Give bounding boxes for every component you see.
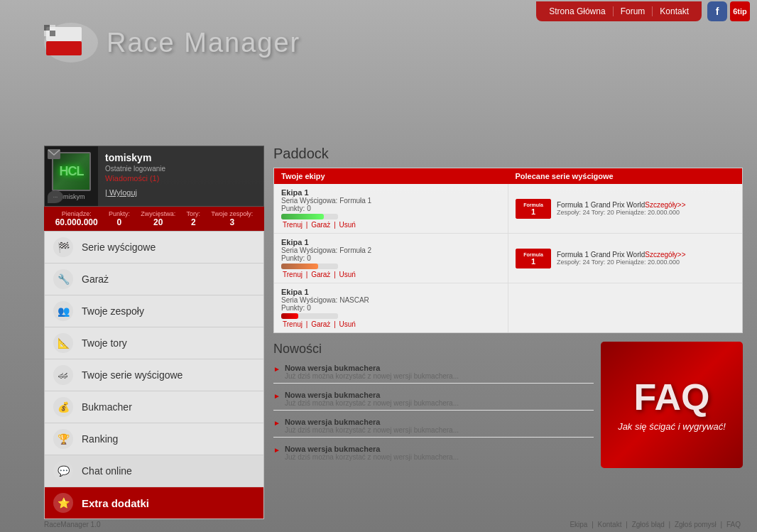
messages-link[interactable]: Wiadomości (1) (105, 174, 256, 183)
team-train-3[interactable]: Trenuj (283, 320, 303, 328)
points-label: Punkty: (109, 210, 130, 217)
tracks-label: Twoje tory (82, 337, 127, 349)
team-delete-2[interactable]: Usuń (339, 271, 356, 278)
progress-bar-3 (281, 313, 338, 319)
team-actions-1: Trenuj | Garaż | Usuń (281, 221, 501, 229)
paddock-title: Paddock (273, 146, 743, 162)
team-points-3: Punkty: 0 (281, 304, 501, 319)
footer-link-faq[interactable]: FAQ (726, 521, 741, 528)
team-delete-3[interactable]: Usuń (339, 320, 356, 328)
news-content-4: Nowa wersja bukmachera Już dziś można ko… (285, 445, 459, 461)
sidebar-item-chat[interactable]: 💬 Chat online (45, 455, 263, 487)
wins-value: 20 (141, 217, 175, 227)
team-delete-1[interactable]: Usuń (339, 221, 356, 229)
news-headline-3[interactable]: Nowa wersja bukmachera (285, 418, 459, 426)
last-login-label: Ostatnie logowanie (105, 165, 256, 173)
progress-bar-1 (281, 214, 338, 219)
team-train-1[interactable]: Trenuj (283, 221, 303, 229)
news-content-2: Nowa wersja bukmachera Już dziś można ko… (285, 391, 459, 407)
sidebar-item-teams[interactable]: 👥 Twoje zespoły (45, 295, 263, 327)
news-title: Nowości (273, 342, 594, 357)
svg-rect-5 (44, 31, 50, 36)
details-link-2[interactable]: Szczegóły>> (645, 251, 685, 259)
news-headline-1[interactable]: Nowa wersja bukmachera (285, 364, 459, 372)
recommended-detail-1: Zespoły: 24 Tory: 20 Pieniądze: 20.000.0… (557, 209, 686, 216)
team-left-1: Ekipa 1 Seria Wyścigowa: Formuła 1 Punkt… (274, 184, 508, 233)
table-row: Ekipa 1 Seria Wyścigowa: Formuła 2 Punkt… (274, 234, 742, 283)
paddock-header: Twoje ekipy Polecane serie wyścigowe (274, 168, 742, 184)
logout-link[interactable]: | Wyloguj (105, 188, 256, 197)
site-title: Race Manager (107, 28, 300, 58)
paddock-header-my-teams: Twoje ekipy (274, 168, 508, 184)
facebook-icon[interactable]: f (707, 1, 727, 21)
team-garage-3[interactable]: Garaż (311, 320, 330, 328)
paddock-box: Twoje ekipy Polecane serie wyścigowe Eki… (273, 168, 743, 333)
svg-rect-2 (46, 41, 82, 55)
nav-home-link[interactable]: Strona Główna (542, 6, 613, 16)
ranking-label: Ranking (82, 433, 118, 445)
team-garage-1[interactable]: Garaż (311, 221, 330, 229)
top-nav-links: Strona Główna Forum Kontakt (536, 1, 702, 21)
news-content-3: Nowa wersja bukmachera Już dziś można ko… (285, 418, 459, 434)
sidebar-item-my-races[interactable]: 🏎 Twoje serie wyścigowe (45, 359, 263, 391)
sidebar-item-series[interactable]: 🏁 Serie wyścigowe (45, 232, 263, 264)
team-name-1: Ekipa 1 (281, 188, 501, 197)
team-left-3: Ekipa 1 Seria Wyścigowa: NASCAR Punkty: … (274, 283, 508, 332)
stat-teams: Twoje zespoły: 3 (211, 210, 253, 227)
team-actions-3: Trenuj | Garaż | Usuń (281, 320, 501, 328)
avatar-wrap: HCL tomiskym ··· (45, 146, 98, 206)
garage-icon: 🔧 (53, 269, 73, 289)
tracks-value: 2 (187, 217, 201, 227)
list-item: ► Nowa wersja bukmachera Już dziś można … (273, 442, 594, 464)
news-section: Nowości ► Nowa wersja bukmachera Już dzi… (273, 342, 743, 468)
logo-area: Race Manager (43, 21, 300, 64)
sidebar-item-garage[interactable]: 🔧 Garaż (45, 264, 263, 295)
social-icons: f 6tip (707, 1, 750, 21)
news-excerpt-1: Już dziś można korzystać z nowej wersji … (285, 372, 459, 380)
footer-version: RaceManager 1.0 (44, 521, 101, 528)
stat-tracks: Tory: 2 (187, 210, 201, 227)
extras-label: Extra dodatki (82, 497, 149, 509)
footer-link-team[interactable]: Ekipa (570, 521, 587, 528)
series-logo-2: Formula 1 (516, 249, 551, 268)
sidebar-item-bookmaker[interactable]: 💰 Bukmacher (45, 391, 263, 423)
footer: RaceManager 1.0 Ekipa | Kontakt | Zgłoś … (44, 521, 743, 528)
team-points-2: Punkty: 0 (281, 254, 501, 269)
footer-link-contact[interactable]: Kontakt (598, 521, 622, 528)
blip-icon[interactable]: 6tip (730, 1, 750, 21)
series-label: Serie wyścigowe (82, 241, 156, 253)
progress-fill-2 (281, 264, 318, 269)
main-content: Paddock Twoje ekipy Polecane serie wyści… (273, 146, 743, 468)
team-series-2: Seria Wyścigowa: Formuła 2 (281, 246, 501, 254)
news-arrow-icon: ► (273, 392, 281, 400)
svg-text:Formula: Formula (523, 202, 543, 207)
footer-link-idea[interactable]: Zgłoś pomysł (675, 521, 717, 528)
nav-contact-link[interactable]: Kontakt (653, 6, 696, 16)
faq-box[interactable]: FAQ Jak się ścigać i wygrywać! (601, 342, 743, 468)
bookmaker-label: Bukmacher (82, 401, 132, 413)
sidebar-item-tracks[interactable]: 📐 Twoje tory (45, 327, 263, 359)
wins-label: Zwycięstwa: (141, 210, 175, 217)
sidebar-item-ranking[interactable]: 🏆 Ranking (45, 423, 263, 455)
nav-forum-link[interactable]: Forum (614, 6, 653, 16)
points-value: 0 (109, 217, 130, 227)
news-excerpt-2: Już dziś można korzystać z nowej wersji … (285, 399, 459, 407)
news-list: Nowości ► Nowa wersja bukmachera Już dzi… (273, 342, 594, 468)
team-garage-2[interactable]: Garaż (311, 271, 330, 278)
team-train-2[interactable]: Trenuj (283, 271, 303, 278)
progress-bar-2 (281, 264, 338, 269)
garage-label: Garaż (82, 273, 109, 285)
my-races-label: Twoje serie wyścigowe (82, 369, 183, 381)
team-right-2: Formula 1 Formuła 1 Grand Prix World Szc… (508, 234, 742, 283)
svg-rect-6 (50, 31, 55, 36)
svg-text:1: 1 (531, 207, 535, 216)
paddock-header-recommended: Polecane serie wyścigowe (508, 168, 743, 184)
sidebar-item-extras[interactable]: ⭐ Extra dodatki (45, 487, 263, 519)
news-headline-2[interactable]: Nowa wersja bukmachera (285, 391, 459, 399)
chat-bubble-icon: ··· (48, 190, 63, 203)
details-link-1[interactable]: Szczegóły>> (645, 201, 685, 209)
team-series-1: Seria Wyścigowa: Formuła 1 (281, 197, 501, 205)
footer-link-bug[interactable]: Zgłoś błąd (632, 521, 665, 528)
series-icon: 🏁 (53, 237, 73, 257)
news-headline-4[interactable]: Nowa wersja bukmachera (285, 445, 459, 453)
